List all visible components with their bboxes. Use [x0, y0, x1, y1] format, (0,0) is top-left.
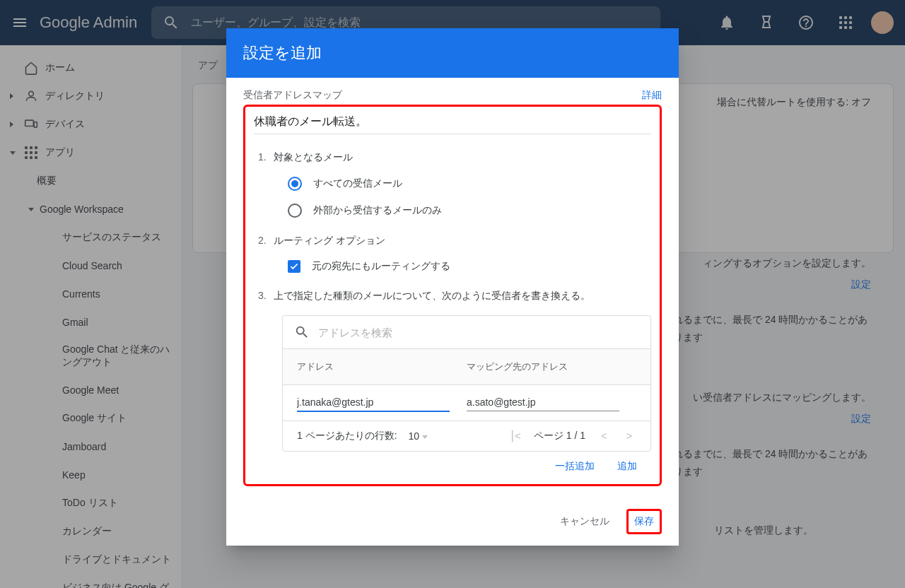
- step-2: 2.ルーティング オプション: [254, 235, 651, 247]
- radio-external-label: 外部から受信するメールのみ: [313, 204, 442, 217]
- pagination: 1 ページあたりの行数: 10 ⎮< ページ 1 / 1 < >: [283, 421, 650, 451]
- first-page-icon[interactable]: ⎮<: [508, 430, 522, 442]
- radio-all-label: すべての受信メール: [313, 177, 402, 190]
- col-mapped-address: マッピング先のアドレス: [467, 360, 636, 373]
- detail-link[interactable]: 詳細: [642, 89, 662, 102]
- description-input[interactable]: [254, 112, 651, 134]
- step-1-label: 対象となるメール: [274, 151, 353, 163]
- table-header: アドレス マッピング先のアドレス: [283, 348, 650, 384]
- step-2-label: ルーティング オプション: [274, 235, 385, 246]
- radio-icon: [288, 177, 302, 191]
- prev-page-icon[interactable]: <: [597, 430, 611, 442]
- bulk-add-button[interactable]: 一括追加: [555, 460, 595, 473]
- cancel-button[interactable]: キャンセル: [560, 515, 609, 528]
- col-address: アドレス: [297, 360, 467, 373]
- address-from-input[interactable]: [297, 394, 450, 412]
- rows-per-page-label: 1 ページあたりの行数:: [297, 430, 397, 442]
- step-1: 1.対象となるメール: [254, 151, 651, 164]
- rows-per-page-select[interactable]: 10: [409, 430, 428, 442]
- step-3: 3.上で指定した種類のメールについて、次のように受信者を書き換える。: [254, 290, 651, 302]
- page-info: ページ 1 / 1: [534, 430, 585, 442]
- section-label: 受信者アドレスマップ: [243, 89, 342, 102]
- address-map-table: アドレス マッピング先のアドレス 1 ページあたりの行数: 10 ⎮< ページ …: [282, 315, 651, 452]
- checkbox-label: 元の宛先にもルーティングする: [312, 260, 450, 273]
- table-search-input[interactable]: [318, 327, 639, 339]
- table-search[interactable]: [283, 316, 650, 348]
- caret-down-icon: [422, 435, 428, 439]
- save-button[interactable]: 保存: [626, 509, 662, 534]
- highlighted-config-area: 1.対象となるメール すべての受信メール 外部から受信するメールのみ 2.ルーテ…: [243, 105, 662, 486]
- table-row: [283, 384, 650, 421]
- address-to-input[interactable]: [467, 394, 619, 411]
- modal-overlay: 設定を追加 受信者アドレスマップ 詳細 1.対象となるメール すべての受信メール…: [0, 0, 905, 588]
- checkbox-checked-icon: [288, 260, 300, 273]
- search-icon: [294, 324, 310, 340]
- add-button[interactable]: 追加: [617, 460, 637, 473]
- step-3-label: 上で指定した種類のメールについて、次のように受信者を書き換える。: [274, 290, 590, 301]
- next-page-icon[interactable]: >: [622, 430, 636, 442]
- add-setting-dialog: 設定を追加 受信者アドレスマップ 詳細 1.対象となるメール すべての受信メール…: [226, 28, 679, 546]
- radio-external-only[interactable]: 外部から受信するメールのみ: [254, 204, 651, 218]
- radio-icon: [288, 204, 302, 218]
- dialog-title: 設定を追加: [226, 28, 679, 78]
- checkbox-route-original[interactable]: 元の宛先にもルーティングする: [254, 260, 651, 273]
- dialog-footer: キャンセル 保存: [226, 498, 679, 546]
- radio-all-incoming[interactable]: すべての受信メール: [254, 177, 651, 191]
